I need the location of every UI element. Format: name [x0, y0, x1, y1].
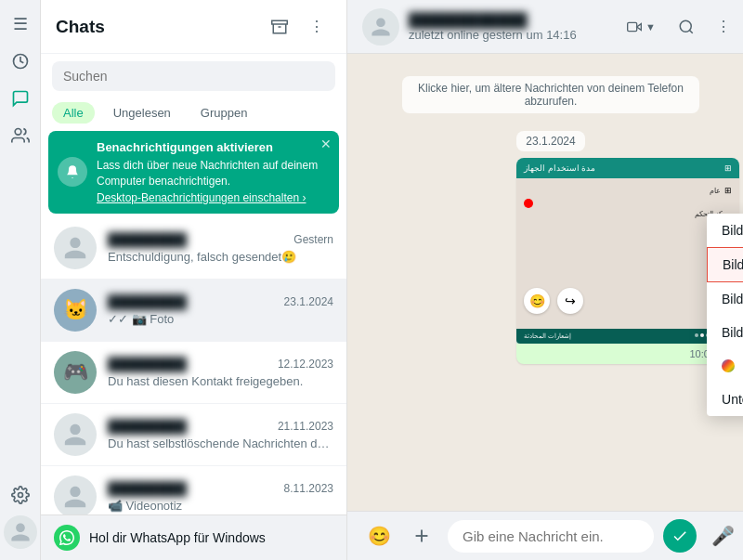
react-emoji-button[interactable]: 😊: [524, 288, 550, 314]
context-menu-item-lens[interactable]: Mit Google Lens suchen: [707, 349, 743, 383]
avatar: [54, 475, 97, 514]
sidebar-settings-icon[interactable]: [4, 478, 37, 512]
more-options-button[interactable]: ⋮: [708, 11, 739, 43]
chats-title: Chats: [56, 17, 265, 37]
fake-footer-text: إشعارات المحادثة: [524, 332, 571, 340]
chat-time: 21.11.2023: [278, 420, 333, 433]
context-menu-item-inspect[interactable]: Untersuchen: [707, 383, 743, 416]
chat-list-item[interactable]: 🐱 ████████ 23.1.2024 ✓✓ 📷 Foto: [41, 280, 346, 342]
chat-input-area: 😊 🎤: [347, 511, 743, 560]
chat-panel-header: Chats ⋮: [41, 0, 346, 54]
svg-point-2: [18, 493, 22, 498]
chat-name: ████████: [108, 232, 187, 248]
system-message[interactable]: Klicke hier, um ältere Nachrichten von d…: [402, 76, 699, 113]
message-image: مدة استخدام الجهاز ⊞ عام ⊞ مركز ا: [516, 158, 739, 344]
fake-image-footer: إشعارات المحادثة 16:03: [516, 329, 739, 344]
tab-all[interactable]: Alle: [52, 102, 95, 124]
chat-area-header: ████████████ zuletzt online gestern um 1…: [347, 0, 743, 54]
messages-container: Klicke hier, um ältere Nachrichten von d…: [347, 54, 743, 511]
fake-img-title: مدة استخدام الجهاز: [524, 163, 595, 173]
chat-top: ████████ 23.1.2024: [108, 294, 333, 310]
chat-top: ████████ 8.11.2023: [108, 481, 333, 497]
chat-list-item[interactable]: ████████ 21.11.2023 Du hast selbstlösche…: [41, 404, 346, 466]
sidebar-profile-avatar[interactable]: [4, 515, 37, 549]
notification-close-button[interactable]: ✕: [320, 137, 332, 151]
whatsapp-icon: [54, 525, 80, 551]
message-wrapper: مدة استخدام الجهاز ⊞ عام ⊞ مركز ا: [516, 158, 739, 364]
message-content: مدة استخدام الجهاز ⊞ عام ⊞ مركز ا: [516, 158, 739, 364]
search-input[interactable]: [52, 61, 335, 91]
svg-rect-3: [272, 20, 288, 24]
context-menu-item-copy[interactable]: Bild kopieren: [707, 282, 743, 316]
chat-time: Gestern: [293, 233, 333, 246]
notification-icon: [58, 157, 87, 187]
mic-button[interactable]: 🎤: [706, 519, 739, 553]
avatar: [54, 227, 97, 269]
sidebar-menu-icon[interactable]: ☰: [4, 7, 37, 41]
more-options-button[interactable]: ⋮: [302, 12, 332, 42]
dot-active: [700, 333, 704, 337]
context-item-label: Bild speichern unter...: [723, 257, 743, 272]
context-item-label: Bild kopieren: [722, 292, 743, 306]
promo-bar[interactable]: Hol dir WhatsApp für Windows: [41, 514, 346, 560]
chat-name: ████████: [108, 481, 187, 497]
send-button[interactable]: [663, 519, 697, 553]
chat-top: ████████ 21.11.2023: [108, 419, 333, 435]
archive-button[interactable]: [265, 12, 294, 42]
context-menu-item-copy-address[interactable]: Bildadresse kopieren: [707, 316, 743, 349]
chat-list-item[interactable]: 🎮 ████████ 12.12.2023 Du hast diesen Kon…: [41, 342, 346, 404]
filter-tabs: Alle Ungelesen Gruppen: [41, 98, 346, 131]
fake-img-icon: ⊞: [724, 163, 732, 173]
chat-preview: 📹 Videonotiz: [108, 499, 333, 513]
notification-banner: Benachrichtigungen aktivieren Lass dich …: [48, 131, 339, 214]
sidebar-communities-icon[interactable]: [4, 119, 37, 152]
message-bubble: مدة استخدام الجهاز ⊞ عام ⊞ مركز ا: [362, 158, 739, 364]
emoji-button[interactable]: 😊: [362, 519, 396, 553]
video-call-button[interactable]: ▼: [618, 11, 665, 43]
chat-preview: Du hast selbstlöschende Nachrichten deak…: [108, 436, 333, 450]
svg-point-7: [680, 20, 691, 32]
chat-info: ████████ 8.11.2023 📹 Videonotiz: [108, 481, 333, 513]
video-btn-label: ▼: [645, 21, 656, 33]
chat-list-item[interactable]: ████████ 8.11.2023 📹 Videonotiz: [41, 466, 346, 514]
svg-rect-6: [628, 22, 637, 31]
chat-name: ████████: [108, 357, 187, 372]
sidebar-status-icon[interactable]: [4, 45, 37, 78]
chat-area: ████████████ zuletzt online gestern um 1…: [347, 0, 743, 560]
promo-text: Hol dir WhatsApp für Windows: [89, 530, 266, 545]
contact-info: ████████████ zuletzt online gestern um 1…: [409, 12, 618, 42]
chat-list-item[interactable]: ████████ Gestern Entschuldigung, falsch …: [41, 217, 346, 280]
context-menu-item-save[interactable]: Bild speichern unter...: [707, 247, 743, 282]
attach-button[interactable]: [405, 519, 438, 553]
chat-info: ████████ Gestern Entschuldigung, falsch …: [108, 232, 333, 264]
tab-unread[interactable]: Ungelesen: [102, 102, 182, 124]
image-content: مدة استخدام الجهاز ⊞ عام ⊞ مركز ا: [516, 158, 739, 344]
chat-info: ████████ 23.1.2024 ✓✓ 📷 Foto: [108, 294, 333, 326]
avatar: [54, 413, 97, 456]
fake-arabic-text: مركز التحكم: [522, 210, 734, 218]
dot: [695, 333, 698, 337]
contact-avatar: [362, 8, 399, 46]
avatar: 🎮: [54, 351, 97, 394]
react-forward-button[interactable]: ↪: [557, 288, 583, 314]
chat-time: 23.1.2024: [284, 295, 333, 308]
notification-body: Lass dich über neue Nachrichten auf dein…: [97, 158, 328, 189]
message-input[interactable]: [448, 520, 654, 553]
chat-time: 8.11.2023: [284, 482, 333, 495]
context-item-label: Untersuchen: [722, 392, 743, 407]
sidebar-chats-icon[interactable]: [4, 82, 37, 115]
chat-top: ████████ 12.12.2023: [108, 357, 333, 372]
notification-content: Benachrichtigungen aktivieren Lass dich …: [59, 140, 328, 204]
svg-point-1: [15, 129, 21, 136]
chat-top: ████████ Gestern: [108, 232, 333, 248]
chat-name: ████████: [108, 419, 187, 435]
context-menu-item-open[interactable]: Bild in neuem Tab öffnen: [707, 214, 743, 247]
notification-link[interactable]: Desktop-Benachrichtigungen einschalten ›: [97, 191, 328, 204]
tab-groups[interactable]: Gruppen: [189, 102, 259, 124]
chat-time: 12.12.2023: [278, 358, 333, 371]
search-button[interactable]: [671, 11, 702, 43]
date-chip-label: 23.1.2024: [516, 131, 584, 151]
context-item-label: Bild in neuem Tab öffnen: [722, 223, 743, 238]
notification-title: Benachrichtigungen aktivieren: [97, 140, 328, 154]
contact-status: zuletzt online gestern um 14:16: [409, 28, 618, 42]
